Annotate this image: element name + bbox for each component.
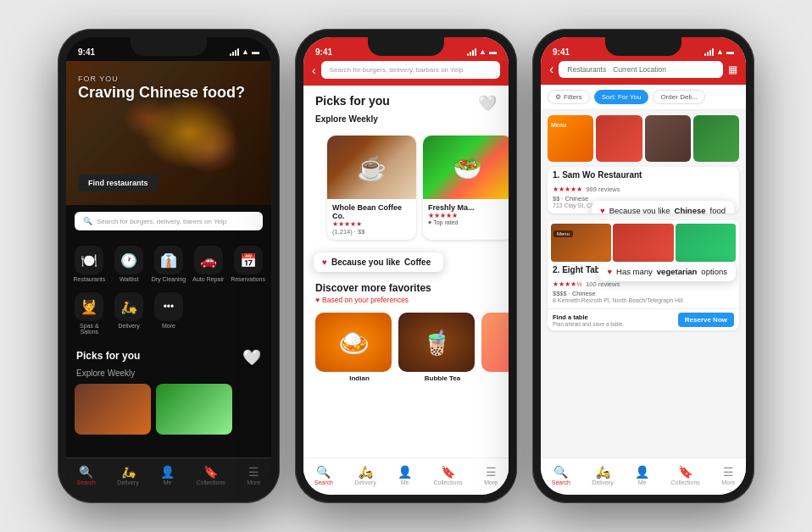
p3-rest-1-reviews: 999 reviews bbox=[586, 186, 620, 193]
p1-nav-search[interactable]: 🔍 Search bbox=[77, 465, 96, 485]
category-waitlist[interactable]: 🕐 Waitlist bbox=[109, 241, 149, 287]
hero-img-1: Menu bbox=[548, 115, 593, 162]
hi-card-image bbox=[481, 313, 509, 372]
p3-map-icon[interactable]: ▦ bbox=[728, 64, 737, 75]
p1-nav-collections[interactable]: 🔖 Collections bbox=[197, 465, 225, 485]
hero-img-2 bbox=[596, 115, 642, 162]
p2-cards-row: Whole Bean Coffee Co. ★★★★★ (1,214) · $$ bbox=[315, 132, 497, 243]
p3-nav-more[interactable]: ☰ More bbox=[721, 465, 735, 485]
r2-img-3 bbox=[676, 224, 736, 262]
p3-location-label: Current Location bbox=[613, 65, 666, 74]
tooltip2-heart-icon: ♥ bbox=[607, 267, 612, 276]
p2-discover-row: Indian Bubble Tea Hi... bbox=[303, 308, 509, 387]
p2-search-input[interactable]: Search for burgers, delivery, barbars on… bbox=[321, 61, 500, 79]
indian-card-image bbox=[315, 313, 392, 372]
p3-nav-me[interactable]: 👤 Me bbox=[635, 465, 649, 485]
p2-nav-search[interactable]: 🔍 Search bbox=[314, 465, 333, 485]
p3-nav-search[interactable]: 🔍 Search bbox=[552, 465, 570, 485]
r2-img-2 bbox=[613, 224, 673, 262]
p2-content: Picks for you 🤍 Explore Weekly Whole Bea… bbox=[303, 86, 509, 475]
p1-picks-section: Picks for you 🤍 Explore Weekly bbox=[66, 343, 271, 380]
p2-coffee-meta: (1,214) · $$ bbox=[332, 228, 411, 236]
p2-nav-me[interactable]: 👤 Me bbox=[398, 465, 412, 485]
p3-reserve-button[interactable]: Reserve Now bbox=[678, 313, 734, 327]
status-icons-2: ▲ ▬ bbox=[467, 47, 497, 56]
p1-nav-delivery[interactable]: 🛵 Delivery bbox=[117, 465, 138, 485]
p2-top-rated: ♥ Top rated bbox=[428, 219, 507, 225]
category-reservations[interactable]: 📅 Reservations bbox=[228, 241, 268, 287]
p3-reserve-subtitle: Plan ahead and save a table. bbox=[553, 321, 624, 327]
p3-restaurants-label: Restaurants bbox=[567, 65, 606, 74]
p2-salad-name: Freshly Ma... bbox=[428, 203, 507, 212]
p1-nav-me[interactable]: 👤 Me bbox=[160, 465, 175, 485]
p2-nav-collections[interactable]: 🔖 Collections bbox=[434, 465, 463, 485]
category-more[interactable]: ••• More bbox=[149, 287, 189, 340]
p3-tooltip-vegetarian: ♥ Has many vegetarian options bbox=[598, 262, 736, 281]
p2-coffee-stars: ★★★★★ bbox=[332, 220, 411, 228]
p2-discover-section: Discover more favorites ♥ Based on your … bbox=[303, 274, 509, 308]
discover-item-indian[interactable]: Indian bbox=[315, 313, 392, 382]
bubble-card-image bbox=[398, 313, 475, 372]
discover-item-hi[interactable]: Hi... bbox=[481, 313, 509, 382]
p1-bottom-nav: 🔍 Search 🛵 Delivery 👤 Me 🔖 Collections ☰ bbox=[66, 457, 271, 495]
hero-img-4 bbox=[693, 115, 739, 162]
p1-find-restaurants-btn[interactable]: Find restaurants bbox=[78, 175, 159, 191]
p1-picks-title: Picks for you bbox=[76, 350, 140, 362]
filter-icon: ⚙ bbox=[555, 93, 561, 101]
phone-1: 9:41 ▲ ▬ FOR YOU Cr bbox=[58, 29, 280, 503]
p3-filter-btn[interactable]: ⚙ Filters bbox=[548, 90, 590, 104]
weekly-card-1[interactable] bbox=[75, 384, 151, 435]
category-restaurants[interactable]: 🍽️ Restaurants bbox=[70, 241, 109, 287]
p2-coffee-name: Whole Bean Coffee Co. bbox=[332, 203, 411, 220]
signal-1 bbox=[230, 47, 239, 56]
p3-rest-2-price: $$$$ · Chinese bbox=[553, 290, 734, 297]
p1-search-bar[interactable]: 🔍 Search for burgers, delivery, barers o… bbox=[75, 212, 263, 230]
p2-card-salad[interactable]: Freshly Ma... ★★★★★ ♥ Top rated bbox=[423, 136, 509, 240]
discover-item-bubble[interactable]: Bubble Tea bbox=[398, 313, 475, 382]
weekly-card-2[interactable] bbox=[156, 384, 232, 435]
notch-3 bbox=[605, 37, 681, 56]
p2-back-arrow[interactable]: ‹ bbox=[312, 64, 316, 77]
time-2: 9:41 bbox=[315, 47, 332, 57]
p1-nav-more[interactable]: ☰ More bbox=[247, 465, 260, 485]
p3-rest-2-reviews: 100 reviews bbox=[586, 280, 620, 288]
p2-cards-container: Whole Bean Coffee Co. ★★★★★ (1,214) · $$ bbox=[303, 129, 509, 274]
p3-restaurant-1[interactable]: 1. Sam Wo Restaurant ★★★★★ 999 reviews $… bbox=[548, 167, 739, 213]
category-auto-repair[interactable]: 🚗 Auto Repair bbox=[188, 241, 228, 287]
p3-rest-2-stars: ★★★★½ bbox=[553, 280, 582, 288]
p3-restaurant-2[interactable]: Menu 2. Eight Tables by Cheorge Chen ★★★… bbox=[548, 220, 739, 330]
indian-label: Indian bbox=[315, 374, 392, 382]
category-dry-cleaning[interactable]: 👔 Dry Cleaning bbox=[149, 241, 189, 287]
p2-nav-delivery[interactable]: 🛵 Delivery bbox=[354, 465, 375, 485]
battery-2: ▬ bbox=[489, 47, 497, 56]
p3-back-arrow[interactable]: ‹ bbox=[549, 62, 553, 77]
notch-2 bbox=[368, 37, 444, 56]
p2-nav-more[interactable]: ☰ More bbox=[484, 465, 498, 485]
p3-reserve-banner: Find a table Plan ahead and save a table… bbox=[548, 308, 739, 330]
tooltip-heart-icon: ♥ bbox=[322, 258, 327, 267]
p2-card-coffee[interactable]: Whole Bean Coffee Co. ★★★★★ (1,214) · $$ bbox=[327, 136, 416, 240]
heart-small-icon: ♥ bbox=[428, 219, 431, 225]
category-delivery[interactable]: 🛵 Delivery bbox=[109, 287, 149, 340]
p3-nav-delivery[interactable]: 🛵 Delivery bbox=[592, 465, 613, 485]
p3-order-btn[interactable]: Order Deli... bbox=[653, 90, 704, 104]
hero-img-3 bbox=[645, 115, 691, 162]
p2-salad-image bbox=[423, 136, 509, 199]
p3-hero-images: Menu bbox=[541, 110, 746, 167]
p3-sort-btn[interactable]: Sort: For You bbox=[594, 90, 649, 104]
p1-explore-weekly: Explore Weekly bbox=[76, 369, 261, 378]
p3-search-input[interactable]: Restaurants Current Location bbox=[559, 61, 723, 78]
search-icon-1: 🔍 bbox=[83, 217, 92, 225]
p3-nav-collections[interactable]: 🔖 Collections bbox=[671, 465, 700, 485]
p2-search-bar: ‹ Search for burgers, delivery, barbars … bbox=[303, 61, 509, 86]
p1-hero: FOR YOU Craving Chinese food? Find resta… bbox=[66, 61, 271, 205]
p3-restaurant-list: 1. Sam Wo Restaurant ★★★★★ 999 reviews $… bbox=[541, 167, 746, 330]
wifi-1: ▲ bbox=[242, 47, 249, 56]
p3-reserve-title: Find a table bbox=[553, 313, 624, 321]
p1-weekly-cards bbox=[66, 380, 271, 438]
p2-bottom-nav: 🔍 Search 🛵 Delivery 👤 Me 🔖 Collections ☰ bbox=[303, 457, 509, 495]
p3-search-bar: ‹ Restaurants Current Location ▦ bbox=[541, 61, 746, 85]
p2-salad-stars: ★★★★★ bbox=[428, 212, 507, 219]
wifi-3: ▲ bbox=[716, 47, 724, 56]
category-spas[interactable]: 💆 Spas & Salons bbox=[70, 287, 109, 340]
